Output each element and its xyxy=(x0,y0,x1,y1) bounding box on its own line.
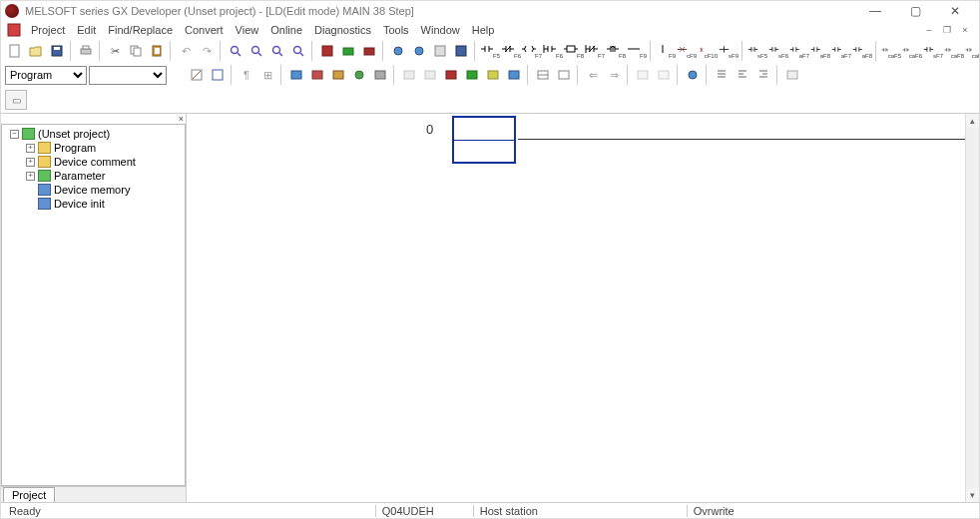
tree-node-device-comment[interactable]: + Device comment xyxy=(4,155,183,169)
tree-node-device-memory[interactable]: Device memory xyxy=(4,183,183,197)
tree-node-program[interactable]: + Program xyxy=(4,141,183,155)
tool-j-button[interactable] xyxy=(483,65,503,85)
menu-view[interactable]: View xyxy=(230,23,265,37)
tool-q-button[interactable] xyxy=(654,65,674,85)
ladder-pulse-nc-button[interactable]: ↓sF6 xyxy=(768,41,788,61)
align-3-button[interactable] xyxy=(753,65,773,85)
sidebar-close-button[interactable]: × xyxy=(179,114,184,124)
ladder-ext-2-button[interactable]: caF6 xyxy=(902,41,922,61)
zoom-in-button[interactable] xyxy=(246,41,266,61)
ladder-del-vline-button[interactable]: cF10 xyxy=(698,41,718,61)
last-button[interactable] xyxy=(782,65,802,85)
mdi-minimize-button[interactable]: – xyxy=(921,23,937,37)
tool-a-button[interactable] xyxy=(286,65,306,85)
debug-button-1[interactable] xyxy=(388,41,408,61)
menu-convert[interactable]: Convert xyxy=(179,23,230,37)
ladder-no-parallel-button[interactable]: F6 xyxy=(543,41,563,61)
ladder-nc-parallel-button[interactable]: F7 xyxy=(585,41,605,61)
align-2-button[interactable] xyxy=(733,65,752,85)
print-button[interactable] xyxy=(76,41,96,61)
monitor-start-button[interactable] xyxy=(338,41,358,61)
new-file-button[interactable] xyxy=(5,41,25,61)
debug-button-4[interactable] xyxy=(451,41,471,61)
ladder-app-inst-button[interactable]: F8 xyxy=(564,41,584,61)
undo-button[interactable]: ↶ xyxy=(176,41,196,61)
ladder-selection-box[interactable] xyxy=(452,116,516,164)
ladder-not-button[interactable]: aF7 xyxy=(831,41,851,61)
ladder-del-hline-button[interactable]: cF9 xyxy=(677,41,697,61)
paste-button[interactable] xyxy=(147,41,167,61)
find-button[interactable] xyxy=(226,41,245,61)
ladder-vline-add-button[interactable]: sF9 xyxy=(719,41,738,61)
tree-node-parameter[interactable]: + Parameter xyxy=(4,169,183,183)
ladder-vline-button[interactable]: F9 xyxy=(656,41,676,61)
tool-b-button[interactable] xyxy=(307,65,327,85)
blank-select[interactable] xyxy=(89,66,167,85)
tree-root[interactable]: − (Unset project) xyxy=(4,127,183,141)
project-tree[interactable]: − (Unset project) + Program + Device com… xyxy=(1,124,186,486)
ladder-ext-1-button[interactable]: caF5 xyxy=(881,41,901,61)
tool-c-button[interactable] xyxy=(328,65,348,85)
menu-project[interactable]: Project xyxy=(25,23,71,37)
ladder-pulse-fall-button[interactable]: aF8 xyxy=(810,41,830,61)
menu-find-replace[interactable]: Find/Replace xyxy=(102,23,179,37)
ladder-ext-4-button[interactable]: caF8 xyxy=(944,41,964,61)
scroll-down-button[interactable]: ▾ xyxy=(966,488,979,502)
maximize-button[interactable]: ▢ xyxy=(895,1,935,21)
close-button[interactable]: ✕ xyxy=(935,1,975,21)
debug-button-3[interactable] xyxy=(430,41,450,61)
tool-k-button[interactable] xyxy=(504,65,524,85)
tool-g-button[interactable] xyxy=(420,65,440,85)
tool-h-button[interactable] xyxy=(441,65,461,85)
menu-edit[interactable]: Edit xyxy=(71,23,102,37)
tool-i-button[interactable] xyxy=(462,65,482,85)
ladder-ext-5-button[interactable]: caF9 xyxy=(965,41,980,61)
tool-o-button[interactable]: ⇒ xyxy=(604,65,624,85)
ladder-nc-contact-button[interactable]: F6 xyxy=(501,41,521,61)
tree-collapse-icon[interactable]: − xyxy=(10,130,19,139)
minimize-button[interactable]: — xyxy=(855,1,895,21)
menu-window[interactable]: Window xyxy=(415,23,466,37)
edit-mode-button[interactable] xyxy=(187,65,207,85)
tree-node-device-init[interactable]: Device init xyxy=(4,197,183,211)
vertical-scrollbar[interactable]: ▴ ▾ xyxy=(965,114,979,502)
program-select[interactable]: Program xyxy=(5,66,87,85)
ladder-inv-button[interactable]: aF8 xyxy=(852,41,872,61)
open-file-button[interactable] xyxy=(26,41,46,61)
menu-help[interactable]: Help xyxy=(466,23,501,37)
zoom-out-button[interactable] xyxy=(267,41,287,61)
statement-display-button[interactable]: ⊞ xyxy=(257,65,277,85)
debug-button-2[interactable] xyxy=(409,41,429,61)
align-1-button[interactable] xyxy=(712,65,732,85)
redo-button[interactable]: ↷ xyxy=(197,41,217,61)
monitor-stop-button[interactable] xyxy=(359,41,379,61)
tool-r-button[interactable] xyxy=(683,65,703,85)
register-button[interactable] xyxy=(317,41,337,61)
menu-online[interactable]: Online xyxy=(264,23,308,37)
ladder-hline-button[interactable]: F9 xyxy=(627,41,647,61)
tree-expand-icon[interactable]: + xyxy=(26,144,35,153)
tree-expand-icon[interactable]: + xyxy=(26,158,35,167)
tool-e-button[interactable] xyxy=(370,65,390,85)
write-mode-button[interactable] xyxy=(208,65,228,85)
find-next-button[interactable] xyxy=(288,41,308,61)
menu-tools[interactable]: Tools xyxy=(377,23,415,37)
mdi-close-button[interactable]: × xyxy=(957,23,973,37)
ladder-pulse-no-button[interactable]: ↑sF5 xyxy=(747,41,767,61)
cut-button[interactable]: ✂ xyxy=(105,41,125,61)
tool-f-button[interactable] xyxy=(399,65,419,85)
ladder-pulse-rise-button[interactable]: aF7 xyxy=(789,41,809,61)
tool-d-button[interactable] xyxy=(349,65,369,85)
tree-expand-icon[interactable]: + xyxy=(26,172,35,181)
comment-display-button[interactable]: ¶ xyxy=(237,65,256,85)
tool-l-button[interactable] xyxy=(533,65,553,85)
menu-diagnostics[interactable]: Diagnostics xyxy=(308,23,377,37)
copy-button[interactable] xyxy=(126,41,146,61)
ladder-coil-button[interactable]: F7 xyxy=(522,41,542,61)
save-button[interactable] xyxy=(47,41,67,61)
ladder-no-contact-button[interactable]: F5 xyxy=(480,41,500,61)
ladder-ext-3-button[interactable]: sF7 xyxy=(923,41,943,61)
small-toolbar-button[interactable]: ▭ xyxy=(5,90,27,110)
tool-n-button[interactable]: ⇐ xyxy=(583,65,603,85)
tool-p-button[interactable] xyxy=(633,65,653,85)
